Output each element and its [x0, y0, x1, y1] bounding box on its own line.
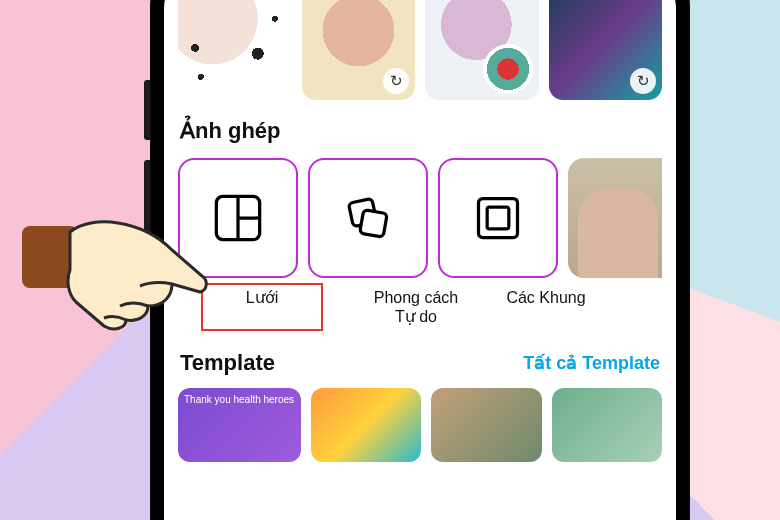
collage-option-frames[interactable]	[438, 158, 558, 278]
collage-options-row	[178, 158, 662, 278]
reload-icon[interactable]: ↻	[630, 68, 656, 94]
collage-option-grid[interactable]	[178, 158, 298, 278]
template-thumb[interactable]: Thank you health heroes	[178, 388, 301, 462]
collage-label-freestyle: Phong cách Tự do	[356, 284, 476, 330]
effects-row[interactable]: ↻ ↻	[178, 0, 662, 100]
collage-label-frames: Các Khung	[486, 284, 606, 330]
svg-rect-5	[479, 199, 518, 238]
template-header: Template Tất cả Template	[180, 350, 660, 376]
template-section-title: Template	[180, 350, 275, 376]
effect-thumb[interactable]	[425, 0, 539, 100]
template-thumb[interactable]	[311, 388, 422, 462]
app-screen: ↻ ↻ Ảnh ghép	[164, 0, 676, 520]
template-thumb[interactable]	[552, 388, 663, 462]
grid-icon	[212, 192, 264, 244]
reload-icon[interactable]: ↻	[383, 68, 409, 94]
frames-icon	[472, 192, 524, 244]
collage-label-grid: Lưới	[202, 284, 322, 330]
collage-option-photo[interactable]	[568, 158, 662, 278]
freestyle-icon	[342, 192, 394, 244]
template-row[interactable]: Thank you health heroes	[178, 388, 662, 462]
see-all-templates-link[interactable]: Tất cả Template	[523, 352, 660, 374]
effect-thumb[interactable]	[178, 0, 292, 100]
collage-option-freestyle[interactable]	[308, 158, 428, 278]
svg-rect-4	[360, 210, 388, 238]
collage-labels-row: Lưới Phong cách Tự do Các Khung	[178, 284, 662, 330]
phone-frame: ↻ ↻ Ảnh ghép	[150, 0, 690, 520]
template-caption: Thank you health heroes	[184, 394, 294, 405]
effect-thumb[interactable]: ↻	[549, 0, 663, 100]
collage-section-title: Ảnh ghép	[180, 118, 662, 144]
template-thumb[interactable]	[431, 388, 542, 462]
svg-rect-6	[487, 207, 509, 229]
effect-thumb[interactable]: ↻	[302, 0, 416, 100]
